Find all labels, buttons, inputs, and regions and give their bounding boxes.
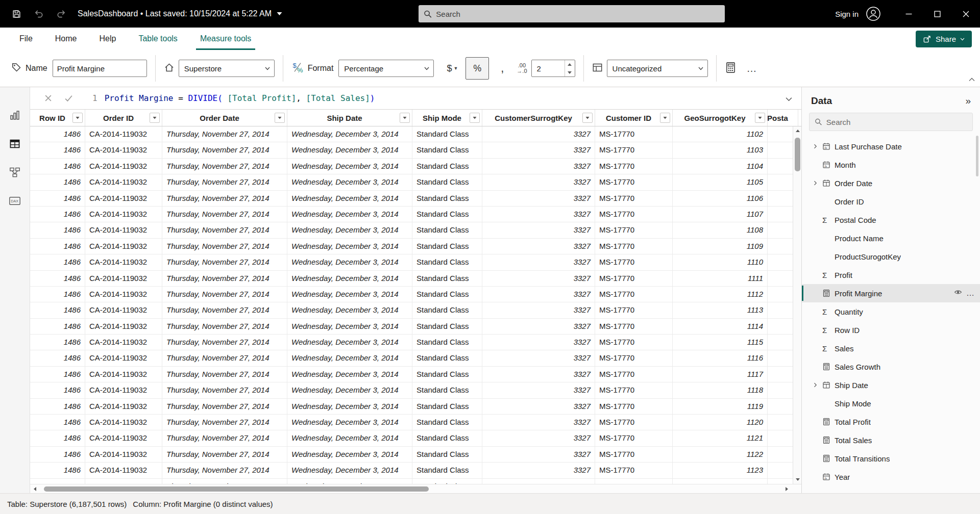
more-options-icon[interactable]: … [747,63,758,74]
cell-ship_date[interactable]: Wednesday, December 3, 2014 [287,254,412,270]
cell-geo_key[interactable]: 1113 [673,302,768,318]
cell-postal[interactable] [768,222,793,238]
cell-order_date[interactable]: Thursday, November 27, 2014 [162,174,287,190]
cell-customer_key[interactable]: 3327 [482,382,595,398]
cell-order_id[interactable]: CA-2014-119032 [85,430,162,446]
cell-geo_key[interactable]: 1108 [673,222,768,238]
cell-postal[interactable] [768,350,793,366]
cell-row_id[interactable]: 1486 [30,287,85,302]
cell-ship_date[interactable]: Wednesday, December 3, 2014 [287,207,412,222]
cell-order_id[interactable]: CA-2014-119032 [85,319,162,334]
cell-row_id[interactable]: 1486 [30,367,85,382]
cell-order_date[interactable]: Thursday, November 27, 2014 [162,126,287,142]
share-button[interactable]: Share [916,31,972,47]
cell-customer_key[interactable]: 3327 [482,479,595,484]
cell-order_id[interactable]: CA-2014-119032 [85,207,162,222]
cell-ship_mode[interactable]: Standard Class [412,239,482,254]
cell-order_id[interactable]: CA-2014-119032 [85,222,162,238]
cell-geo_key[interactable]: 1112 [673,287,768,302]
cell-geo_key[interactable]: 1102 [673,126,768,142]
cell-geo_key[interactable]: 1105 [673,174,768,190]
cell-row_id[interactable]: 1486 [30,335,85,350]
cell-customer_key[interactable]: 3327 [482,126,595,142]
cell-ship_date[interactable]: Wednesday, December 3, 2014 [287,415,412,430]
cell-ship_date[interactable]: Wednesday, December 3, 2014 [287,350,412,366]
cell-customer_key[interactable]: 3327 [482,222,595,238]
cell-order_id[interactable]: CA-2014-119032 [85,254,162,270]
column-header-customer_key[interactable]: CustomerSurrogtKey [482,110,595,126]
cell-order_id[interactable]: CA-2014-119032 [85,462,162,478]
cell-postal[interactable] [768,447,793,462]
cell-customer_id[interactable]: MS-17770 [595,271,673,286]
cell-postal[interactable] [768,382,793,398]
cell-ship_mode[interactable]: Standard Class [412,382,482,398]
cell-customer_id[interactable]: MS-17770 [595,430,673,446]
field-item-profit-margine[interactable]: Profit Margine… [802,284,980,302]
field-item-total-sales[interactable]: Total Sales [802,431,980,449]
data-category-dropdown[interactable]: Uncategorized [607,60,708,77]
fields-search-box[interactable] [809,113,973,131]
cell-ship_mode[interactable]: Standard Class [412,287,482,302]
column-header-order_date[interactable]: Order Date [162,110,287,126]
thousands-separator-button[interactable]: , [492,58,512,79]
cell-geo_key[interactable]: 1124 [673,479,768,484]
cell-ship_date[interactable]: Wednesday, December 3, 2014 [287,174,412,190]
cell-postal[interactable] [768,271,793,286]
cell-ship_date[interactable]: Wednesday, December 3, 2014 [287,367,412,382]
cell-ship_date[interactable]: Wednesday, December 3, 2014 [287,287,412,302]
cell-postal[interactable] [768,254,793,270]
cell-order_id[interactable]: CA-2014-119032 [85,447,162,462]
cell-geo_key[interactable]: 1119 [673,399,768,414]
cell-order_id[interactable]: CA-2014-119032 [85,302,162,318]
cell-postal[interactable] [768,191,793,206]
cell-geo_key[interactable]: 1116 [673,350,768,366]
cell-row_id[interactable]: 1486 [30,399,85,414]
cell-order_date[interactable]: Thursday, November 27, 2014 [162,447,287,462]
column-filter-icon[interactable] [72,113,83,123]
cell-order_id[interactable]: CA-2014-119032 [85,399,162,414]
cell-ship_date[interactable]: Wednesday, December 3, 2014 [287,271,412,286]
cell-order_id[interactable]: CA-2014-119032 [85,239,162,254]
column-header-row_id[interactable]: Row ID [30,110,85,126]
stepper-down-icon[interactable] [565,68,575,76]
maximize-button[interactable] [923,0,951,28]
dax-query-view-icon[interactable]: DAX [6,193,23,209]
redo-icon[interactable] [55,8,67,20]
cell-row_id[interactable]: 1486 [30,271,85,286]
cell-geo_key[interactable]: 1103 [673,142,768,158]
cell-ship_date[interactable]: Wednesday, December 3, 2014 [287,462,412,478]
cell-order_id[interactable]: CA-2014-119032 [85,142,162,158]
formula-text[interactable]: Profit Margine = DIVIDE( [Total Profit],… [105,93,375,103]
cell-ship_date[interactable]: Wednesday, December 3, 2014 [287,191,412,206]
field-item-postal-code[interactable]: ΣPostal Code [802,211,980,229]
cell-ship_mode[interactable]: Standard Class [412,254,482,270]
cell-order_date[interactable]: Thursday, November 27, 2014 [162,430,287,446]
field-item-quantity[interactable]: ΣQuantity [802,302,980,321]
cell-order_id[interactable]: CA-2014-119032 [85,335,162,350]
cell-customer_id[interactable]: MS-17770 [595,367,673,382]
cell-customer_id[interactable]: MS-17770 [595,207,673,222]
cell-customer_id[interactable]: MS-17770 [595,462,673,478]
cell-customer_key[interactable]: 3327 [482,142,595,158]
expand-chevron-icon[interactable] [812,143,822,149]
cell-row_id[interactable]: 1486 [30,222,85,238]
undo-icon[interactable] [33,8,45,20]
column-filter-icon[interactable] [275,113,285,123]
cell-customer_id[interactable]: MS-17770 [595,287,673,302]
cell-row_id[interactable]: 1486 [30,447,85,462]
stepper-up-icon[interactable] [565,60,575,68]
cell-row_id[interactable]: 1486 [30,415,85,430]
cell-geo_key[interactable]: 1117 [673,367,768,382]
cell-customer_key[interactable]: 3327 [482,239,595,254]
cell-customer_key[interactable]: 3327 [482,271,595,286]
cell-ship_date[interactable]: Wednesday, December 3, 2014 [287,239,412,254]
cell-order_id[interactable]: CA-2014-119032 [85,382,162,398]
field-item-sales[interactable]: ΣSales [802,339,980,357]
cell-geo_key[interactable]: 1109 [673,239,768,254]
cell-geo_key[interactable]: 1107 [673,207,768,222]
cell-customer_id[interactable]: MS-17770 [595,350,673,366]
cell-ship_mode[interactable]: Standard Class [412,430,482,446]
cell-customer_key[interactable]: 3327 [482,319,595,334]
field-item-ship-date[interactable]: Ship Date [802,376,980,394]
cell-ship_mode[interactable]: Standard Class [412,415,482,430]
